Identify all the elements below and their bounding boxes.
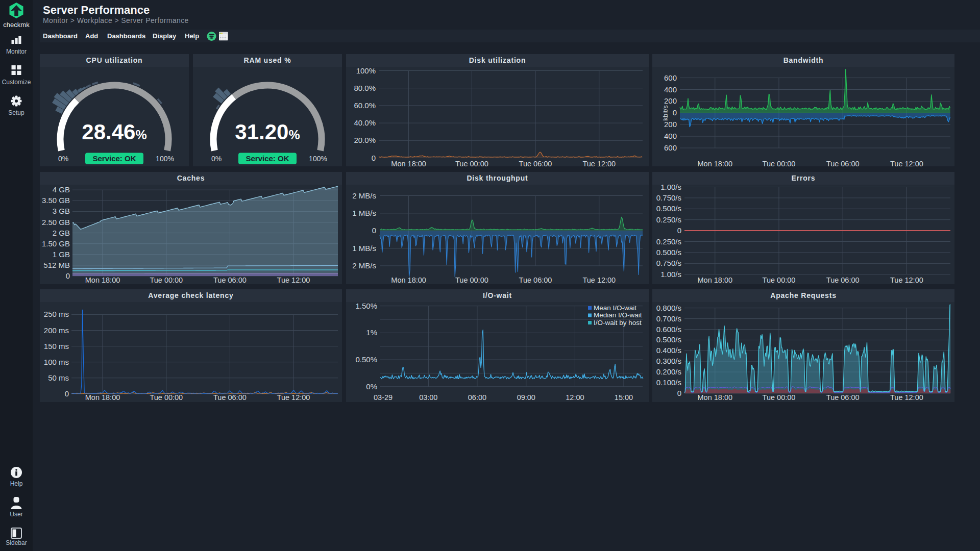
svg-text:0.600/s: 0.600/s — [656, 325, 681, 334]
svg-text:0: 0 — [65, 389, 69, 398]
svg-text:1.50 GB: 1.50 GB — [42, 239, 70, 248]
svg-text:0.50%: 0.50% — [355, 355, 377, 364]
svg-text:512 MB: 512 MB — [43, 261, 70, 269]
svg-text:1.00/s: 1.00/s — [660, 183, 681, 191]
svg-text:3.50 GB: 3.50 GB — [42, 196, 70, 205]
svg-text:0: 0 — [372, 226, 376, 235]
svg-text:0.500/s: 0.500/s — [656, 204, 681, 213]
svg-text:Tue 00:00: Tue 00:00 — [763, 276, 796, 284]
svg-text:60.0%: 60.0% — [354, 101, 376, 110]
svg-text:Mon 18:00: Mon 18:00 — [391, 276, 426, 284]
svg-text:1.00/s: 1.00/s — [660, 270, 681, 279]
svg-text:0.750/s: 0.750/s — [656, 259, 681, 267]
svg-text:Tue 06:00: Tue 06:00 — [213, 276, 247, 284]
svg-text:06:00: 06:00 — [468, 393, 486, 402]
svg-text:12:00: 12:00 — [566, 393, 584, 402]
svg-text:Tue 00:00: Tue 00:00 — [455, 160, 488, 167]
svg-text:0%: 0% — [211, 155, 222, 163]
svg-text:1%: 1% — [366, 328, 377, 337]
svg-text:600: 600 — [664, 73, 677, 82]
svg-text:Tue 12:00: Tue 12:00 — [890, 160, 923, 167]
svg-text:15:00: 15:00 — [615, 393, 633, 402]
svg-text:0.700/s: 0.700/s — [656, 314, 681, 323]
svg-text:kbit/s: kbit/s — [662, 105, 669, 121]
svg-text:0.400/s: 0.400/s — [656, 346, 681, 355]
svg-text:1 GB: 1 GB — [53, 250, 70, 259]
svg-text:0.250/s: 0.250/s — [656, 237, 681, 246]
svg-text:0: 0 — [372, 154, 376, 162]
svg-text:0: 0 — [677, 389, 681, 397]
svg-text:Mon 18:00: Mon 18:00 — [85, 276, 120, 284]
svg-text:100%: 100% — [156, 155, 174, 163]
svg-text:Tue 12:00: Tue 12:00 — [277, 393, 310, 402]
svg-text:Tue 00:00: Tue 00:00 — [763, 160, 796, 167]
svg-text:2.50 GB: 2.50 GB — [42, 218, 70, 227]
svg-text:28.46%: 28.46% — [82, 120, 146, 144]
svg-text:0%: 0% — [58, 155, 68, 163]
svg-text:40.0%: 40.0% — [354, 118, 376, 127]
svg-text:2 MB/s: 2 MB/s — [352, 191, 376, 200]
svg-text:0.500/s: 0.500/s — [656, 335, 681, 344]
svg-text:400: 400 — [664, 132, 677, 140]
svg-text:0: 0 — [66, 271, 70, 280]
svg-text:Service: OK: Service: OK — [92, 154, 136, 163]
svg-text:1 MB/s: 1 MB/s — [352, 244, 376, 253]
svg-text:50 ms: 50 ms — [48, 373, 69, 382]
svg-text:4 GB: 4 GB — [53, 185, 70, 194]
svg-text:2 GB: 2 GB — [53, 229, 70, 237]
svg-text:0%: 0% — [366, 382, 377, 391]
svg-text:Tue 06:00: Tue 06:00 — [519, 160, 552, 167]
svg-text:100%: 100% — [309, 155, 327, 163]
svg-text:Tue 12:00: Tue 12:00 — [582, 276, 616, 284]
svg-text:100%: 100% — [356, 66, 376, 75]
svg-text:Mon 18:00: Mon 18:00 — [391, 160, 426, 167]
svg-text:150 ms: 150 ms — [44, 342, 69, 350]
svg-text:09:00: 09:00 — [517, 393, 535, 402]
svg-text:1.50%: 1.50% — [355, 302, 377, 310]
svg-text:Mon 18:00: Mon 18:00 — [698, 160, 733, 167]
svg-text:600: 600 — [664, 143, 677, 152]
svg-text:Tue 06:00: Tue 06:00 — [213, 393, 247, 402]
svg-text:Mon 18:00: Mon 18:00 — [85, 393, 120, 402]
svg-text:20.0%: 20.0% — [354, 136, 376, 144]
svg-text:I/O-wait by host: I/O-wait by host — [594, 319, 642, 327]
svg-text:0.250/s: 0.250/s — [656, 215, 681, 224]
svg-text:Tue 00:00: Tue 00:00 — [150, 393, 183, 402]
svg-text:2 MB/s: 2 MB/s — [352, 261, 376, 270]
svg-text:1 MB/s: 1 MB/s — [352, 209, 376, 217]
svg-text:Tue 00:00: Tue 00:00 — [455, 276, 488, 284]
svg-text:0.750/s: 0.750/s — [656, 193, 681, 202]
svg-text:Tue 12:00: Tue 12:00 — [582, 160, 616, 167]
svg-text:Tue 06:00: Tue 06:00 — [826, 160, 860, 167]
svg-text:400: 400 — [664, 85, 677, 94]
svg-text:0: 0 — [673, 108, 677, 117]
svg-text:Mon 18:00: Mon 18:00 — [698, 276, 733, 284]
svg-text:0.500/s: 0.500/s — [656, 248, 681, 257]
svg-text:03-29: 03-29 — [374, 393, 393, 402]
svg-text:0.800/s: 0.800/s — [656, 304, 681, 312]
svg-text:Mean I/O-wait: Mean I/O-wait — [594, 304, 636, 312]
svg-text:200: 200 — [664, 96, 677, 105]
svg-text:80.0%: 80.0% — [354, 84, 376, 92]
svg-text:0.100/s: 0.100/s — [656, 378, 681, 387]
svg-text:250 ms: 250 ms — [44, 310, 69, 318]
svg-text:Service: OK: Service: OK — [246, 154, 289, 163]
svg-text:200 ms: 200 ms — [44, 326, 69, 335]
svg-text:3 GB: 3 GB — [53, 207, 70, 215]
svg-text:Mon 18:00: Mon 18:00 — [698, 393, 733, 402]
svg-text:Tue 12:00: Tue 12:00 — [277, 276, 310, 284]
svg-text:0.200/s: 0.200/s — [656, 367, 681, 376]
svg-text:03:00: 03:00 — [419, 393, 437, 402]
svg-text:Tue 00:00: Tue 00:00 — [763, 393, 796, 402]
svg-text:100 ms: 100 ms — [44, 358, 69, 366]
svg-text:Tue 00:00: Tue 00:00 — [150, 276, 183, 284]
svg-text:Tue 06:00: Tue 06:00 — [826, 393, 860, 402]
svg-text:0: 0 — [677, 226, 681, 235]
svg-text:200: 200 — [664, 120, 677, 129]
svg-text:31.20%: 31.20% — [235, 120, 300, 144]
svg-text:0.300/s: 0.300/s — [656, 357, 681, 365]
svg-text:Tue 12:00: Tue 12:00 — [890, 393, 923, 402]
svg-text:Tue 12:00: Tue 12:00 — [890, 276, 923, 284]
svg-text:Tue 06:00: Tue 06:00 — [826, 276, 860, 284]
svg-text:Tue 06:00: Tue 06:00 — [519, 276, 552, 284]
